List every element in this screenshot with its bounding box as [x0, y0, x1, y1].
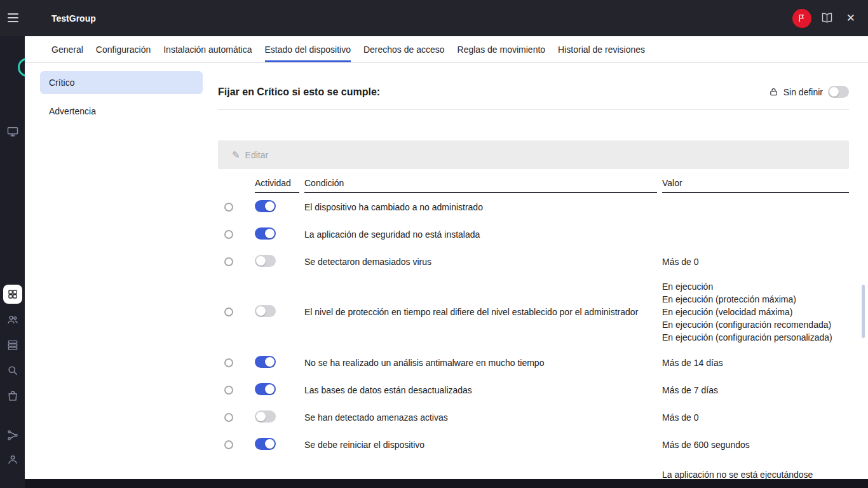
severity-item-advertencia[interactable]: Advertencia [40, 100, 203, 123]
lock-icon [769, 87, 778, 97]
activity-toggle[interactable] [255, 305, 276, 317]
value-text: En ejecución En ejecución (protección má… [662, 275, 849, 349]
users-icon[interactable] [6, 313, 19, 326]
row-radio[interactable] [224, 308, 233, 316]
table-row: Se debe reiniciar el dispositivoMás de 6… [218, 431, 849, 458]
value-text [662, 202, 849, 212]
section-heading: Fijar en Crítico si esto se cumple: [218, 86, 380, 98]
tab-bar: GeneralConfiguraciónInstalación automáti… [25, 36, 868, 63]
device-status-section: Fijar en Crítico si esto se cumple: Sin … [218, 63, 868, 479]
row-radio[interactable] [224, 386, 233, 395]
window-titlebar: TestGroup ✕ [0, 0, 868, 36]
activity-toggle[interactable] [255, 410, 276, 423]
value-text: La aplicación no se está ejecutándose La… [662, 458, 849, 479]
devices-icon[interactable] [3, 285, 22, 304]
condition-text: Se han detectado amenazas activas [304, 412, 657, 423]
tab-instalación-automática[interactable]: Instalación automática [163, 36, 252, 62]
nav-rail [0, 36, 25, 488]
activity-toggle[interactable] [255, 200, 276, 212]
repositories-icon[interactable] [6, 339, 19, 351]
tab-estado-del-dispositivo[interactable]: Estado del dispositivo [265, 36, 351, 62]
table-row: La aplicación de seguridad no está insta… [218, 220, 849, 248]
table-toolbar: ✎ Editar [218, 140, 849, 169]
table-row: Las bases de datos están desactualizadas… [218, 376, 849, 403]
window-title: TestGroup [51, 13, 96, 24]
value-text: Más de 600 segundos [662, 433, 849, 456]
table-row: El estado del dispositivo está definido … [218, 458, 849, 479]
col-condition: Condición [304, 178, 657, 193]
col-activity: Actividad [255, 178, 299, 193]
news-badge-icon[interactable] [792, 9, 811, 28]
table-row: Se detectaron demasiados virusMás de 0 [218, 248, 849, 275]
table-row: Se han detectado amenazas activasMás de … [218, 403, 849, 431]
close-icon[interactable]: ✕ [843, 9, 859, 27]
condition-text: Las bases de datos están desactualizadas [304, 385, 657, 395]
col-value: Valor [662, 178, 849, 193]
value-text [662, 229, 849, 240]
tab-derechos-de-acceso[interactable]: Derechos de acceso [363, 36, 445, 62]
severity-item-crítico[interactable]: Crítico [40, 71, 203, 94]
row-radio[interactable] [224, 358, 233, 367]
value-text: Más de 14 días [662, 351, 849, 374]
row-radio[interactable] [224, 203, 233, 212]
pipeline-icon[interactable] [6, 429, 19, 442]
activity-toggle[interactable] [255, 383, 276, 395]
menu-icon[interactable] [8, 13, 18, 25]
condition-text: Se detectaron demasiados virus [304, 257, 657, 267]
edit-button[interactable]: ✎ Editar [227, 147, 273, 163]
activity-toggle[interactable] [255, 438, 276, 450]
scrollbar-thumb[interactable] [862, 285, 865, 338]
tab-reglas-de-movimiento[interactable]: Reglas de movimiento [458, 36, 546, 62]
activity-toggle[interactable] [255, 356, 276, 368]
undefined-label: Sin definir [783, 87, 823, 97]
undefined-toggle[interactable] [828, 86, 849, 98]
tab-configuración[interactable]: Configuración [96, 36, 151, 62]
activity-toggle[interactable] [255, 227, 276, 240]
col-select [218, 189, 250, 193]
marketplace-icon[interactable] [6, 390, 19, 402]
account-icon[interactable] [6, 453, 19, 466]
condition-text: El dispositivo ha cambiado a no administ… [304, 202, 657, 212]
condition-text: No se ha realizado un análisis antimalwa… [304, 358, 657, 368]
group-properties-dialog: GeneralConfiguraciónInstalación automáti… [25, 36, 868, 479]
row-radio[interactable] [224, 413, 233, 422]
tab-historial-de-revisiones[interactable]: Historial de revisiones [558, 36, 645, 62]
activity-toggle[interactable] [255, 255, 276, 267]
table-row: El nivel de protección en tiempo real di… [218, 275, 849, 349]
monitoring-icon[interactable] [6, 125, 19, 138]
table-row: No se ha realizado un análisis antimalwa… [218, 349, 849, 376]
edit-button-label: Editar [245, 150, 269, 160]
value-text: Más de 7 días [662, 379, 849, 402]
table-row: El dispositivo ha cambiado a no administ… [218, 193, 849, 220]
kaspersky-logo-icon [18, 58, 25, 77]
table-header: Actividad Condición Valor [218, 174, 849, 193]
value-text: Más de 0 [662, 406, 849, 429]
row-radio[interactable] [224, 230, 233, 239]
condition-text: La aplicación de seguridad no está insta… [304, 229, 657, 240]
condition-text: El nivel de protección en tiempo real di… [304, 307, 657, 317]
documentation-icon[interactable] [820, 11, 834, 25]
tab-general[interactable]: General [51, 36, 83, 62]
condition-text: Se debe reiniciar el dispositivo [304, 440, 657, 450]
row-radio[interactable] [224, 440, 233, 449]
severity-list: CríticoAdvertencia [25, 63, 218, 479]
edit-icon: ✎ [232, 149, 240, 161]
conditions-table-body: El dispositivo ha cambiado a no administ… [218, 193, 849, 479]
row-radio[interactable] [224, 257, 233, 266]
search-icon[interactable] [6, 364, 19, 377]
value-text: Más de 0 [662, 250, 849, 273]
